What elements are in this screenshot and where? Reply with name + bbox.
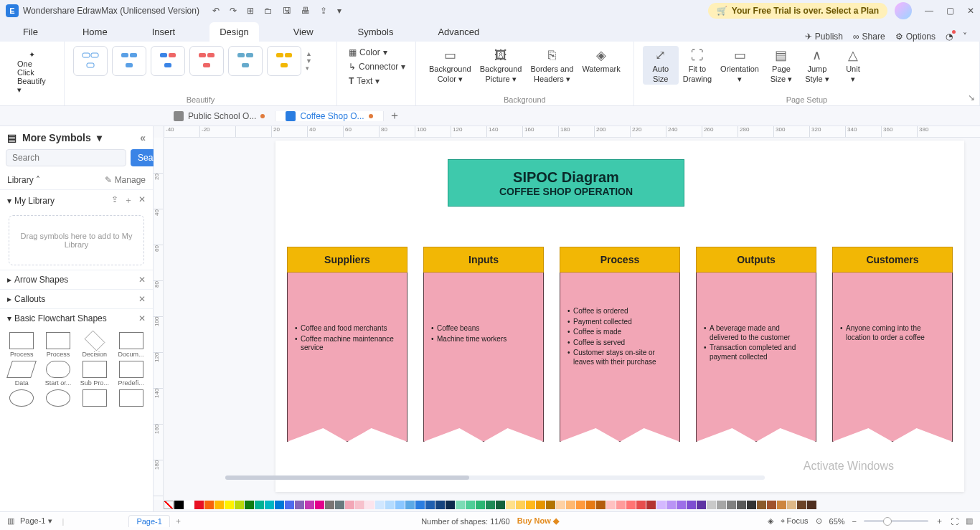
color-swatch[interactable] (446, 501, 455, 509)
color-swatch[interactable] (576, 501, 585, 509)
color-swatch[interactable] (767, 501, 776, 509)
add-page-button[interactable]: ＋ (174, 516, 182, 526)
sipoc-body[interactable]: A beverage made and delivered to the cus… (696, 273, 816, 442)
color-swatch[interactable] (606, 501, 616, 509)
color-swatch[interactable] (526, 501, 535, 509)
sipoc-header[interactable]: Customers (832, 247, 953, 273)
dialog-launcher-icon[interactable]: ↘ (968, 93, 975, 103)
sipoc-header[interactable]: Outputs (696, 247, 816, 273)
fit-width-icon[interactable]: ⊙ (816, 516, 822, 526)
sipoc-header[interactable]: Suppliers (287, 247, 407, 273)
color-swatch[interactable] (305, 501, 314, 509)
color-swatch[interactable] (687, 501, 696, 509)
user-avatar[interactable] (895, 2, 912, 19)
layers-icon[interactable]: ◈ (768, 516, 773, 526)
export-icon[interactable]: ⇪ (320, 6, 327, 16)
redo-icon[interactable]: ↷ (230, 6, 237, 16)
publish-button[interactable]: ✈ Publish (805, 32, 843, 42)
menu-item-insert[interactable]: Insert (142, 22, 186, 42)
color-swatch[interactable] (355, 501, 364, 509)
document-tab[interactable]: Public School O... (164, 111, 275, 121)
page-tab[interactable]: Page-1 (128, 515, 169, 527)
color-swatch[interactable] (285, 501, 294, 509)
page[interactable]: SIPOC Diagram COFFEE SHOP OPERATION Supp… (275, 141, 964, 492)
menu-item-symbols[interactable]: Symbols (348, 22, 404, 42)
print-icon[interactable]: 🖶 (301, 6, 310, 16)
color-swatch[interactable] (717, 501, 726, 509)
color-swatch[interactable] (385, 501, 395, 509)
search-input[interactable] (6, 149, 126, 166)
color-swatch[interactable] (225, 501, 234, 509)
manage-link[interactable]: ✎ Manage (105, 175, 146, 185)
close-button[interactable]: ✕ (967, 6, 974, 16)
color-swatch[interactable] (727, 501, 736, 509)
color-swatch[interactable] (395, 501, 405, 509)
menu-item-advanced[interactable]: Advanced (428, 22, 489, 42)
color-swatch[interactable] (245, 501, 254, 509)
text-dropdown[interactable]: T Text ▾ (346, 75, 407, 87)
color-swatch[interactable] (415, 501, 425, 509)
section-basic-flowchart-shapes[interactable]: ▾ Basic Flowchart Shapes✕ (0, 308, 153, 328)
color-swatch[interactable] (646, 501, 656, 509)
library-dropzone[interactable]: Drag symbols here to add to My Library (9, 215, 144, 265)
pages-panel-icon[interactable]: ▥ (7, 516, 14, 526)
color-swatch[interactable] (425, 501, 435, 509)
panels-icon[interactable]: ▥ (966, 516, 973, 526)
color-swatch[interactable] (405, 501, 415, 509)
fit-to-drawing-button[interactable]: ⛶Fit toDrawing (679, 46, 716, 85)
fullscreen-icon[interactable]: ⛶ (951, 517, 958, 526)
color-swatch[interactable] (375, 501, 385, 509)
zoom-out-button[interactable]: − (852, 517, 857, 526)
color-swatch[interactable] (435, 501, 445, 509)
shape-process[interactable]: Process (4, 332, 39, 358)
zoom-in-button[interactable]: ＋ (936, 516, 943, 526)
color-swatch[interactable] (697, 501, 706, 509)
minimize-button[interactable]: — (925, 6, 933, 16)
notifications-icon[interactable]: ◔ (946, 32, 953, 42)
color-swatch[interactable] (747, 501, 756, 509)
color-swatch[interactable] (456, 501, 465, 509)
color-swatch[interactable] (295, 501, 304, 509)
shape-startor[interactable]: Start or... (41, 361, 76, 387)
color-swatch[interactable] (365, 501, 374, 509)
shape-predefi[interactable]: Predefi... (113, 361, 149, 387)
one-click-beautify-button[interactable]: ✦ One Click Beautify ▾ (9, 46, 55, 99)
no-fill-swatch[interactable] (164, 501, 174, 509)
style-card[interactable] (189, 46, 224, 76)
color-swatch[interactable] (566, 501, 575, 509)
shape-item[interactable] (77, 389, 113, 408)
focus-button[interactable]: ⌖ Focus (781, 516, 809, 526)
sipoc-title-block[interactable]: SIPOC Diagram COFFEE SHOP OPERATION (448, 159, 684, 207)
canvas-h-scrollbar[interactable] (225, 475, 765, 480)
connector-dropdown[interactable]: ↳ Connector ▾ (346, 60, 407, 73)
page-size-button[interactable]: ▤PageSize ▾ (763, 46, 799, 85)
color-swatch[interactable] (536, 501, 545, 509)
section-arrow-shapes[interactable]: ▸ Arrow Shapes✕ (0, 270, 153, 289)
color-swatch[interactable] (204, 501, 214, 509)
library-link[interactable]: Library ˄ (7, 175, 40, 185)
buy-now-link[interactable]: Buy Now ◆ (517, 516, 559, 526)
shape-docum[interactable]: Docum... (113, 332, 149, 358)
color-swatch[interactable] (325, 501, 334, 509)
section-callouts[interactable]: ▸ Callouts✕ (0, 289, 153, 308)
color-swatch[interactable] (596, 501, 606, 509)
auto-size-button[interactable]: ⤢AutoSize (643, 46, 679, 85)
sipoc-header[interactable]: Inputs (423, 247, 544, 273)
jump-style-button[interactable]: ∧JumpStyle ▾ (799, 46, 835, 85)
color-swatch[interactable] (777, 501, 786, 509)
color-swatch[interactable] (656, 501, 666, 509)
shape-subpro[interactable]: Sub Pro... (77, 361, 113, 387)
menu-item-view[interactable]: View (283, 22, 324, 42)
shape-item[interactable] (4, 389, 39, 408)
close-icon[interactable]: ✕ (138, 275, 146, 285)
options-button[interactable]: ⚙ Options (895, 32, 936, 42)
shape-item[interactable] (41, 389, 76, 408)
color-swatch[interactable] (616, 501, 626, 509)
shape-decision[interactable]: Decision (77, 332, 113, 358)
close-lib-icon[interactable]: ✕ (138, 194, 146, 207)
sidebar-collapse-icon[interactable]: « (140, 132, 146, 143)
color-swatch[interactable] (556, 501, 565, 509)
sipoc-column-process[interactable]: ProcessCoffee is orderedPayment collecte… (560, 247, 680, 442)
color-swatch[interactable] (666, 501, 676, 509)
sipoc-header[interactable]: Process (560, 247, 680, 273)
